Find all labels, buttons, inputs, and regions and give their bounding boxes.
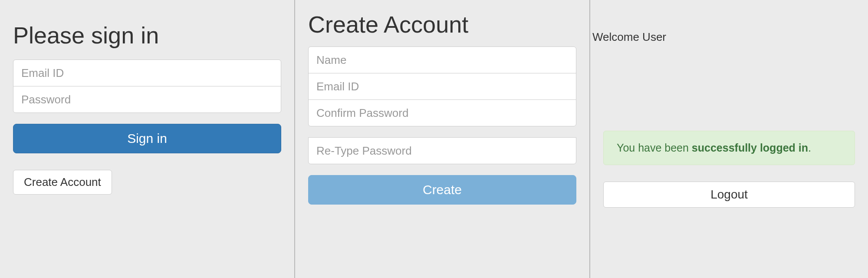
create-email-field[interactable] [308,73,576,100]
create-account-button[interactable]: Create Account [13,170,112,195]
success-alert: You have been successfully logged in. [603,131,855,165]
email-field[interactable] [13,60,281,86]
retype-password-field[interactable] [308,137,576,164]
alert-strong: successfully logged in [692,142,808,154]
retype-group [308,137,576,164]
create-account-heading: Create Account [308,11,576,38]
welcome-greeting: Welcome User [592,30,855,44]
create-button[interactable]: Create [308,175,576,205]
confirm-password-field[interactable] [308,99,576,126]
name-field[interactable] [308,46,576,73]
create-account-panel: Create Account Create [295,0,590,278]
signin-input-group [13,60,281,113]
signin-panel: Please sign in Sign in Create Account [0,0,295,278]
signin-button[interactable]: Sign in [13,124,281,153]
alert-prefix: You have been [617,142,692,154]
create-input-group [308,46,576,126]
logout-button[interactable]: Logout [603,182,855,208]
signin-heading: Please sign in [13,22,281,49]
welcome-panel: Welcome User You have been successfully … [590,0,868,278]
alert-suffix: . [808,142,811,154]
password-field[interactable] [13,86,281,113]
